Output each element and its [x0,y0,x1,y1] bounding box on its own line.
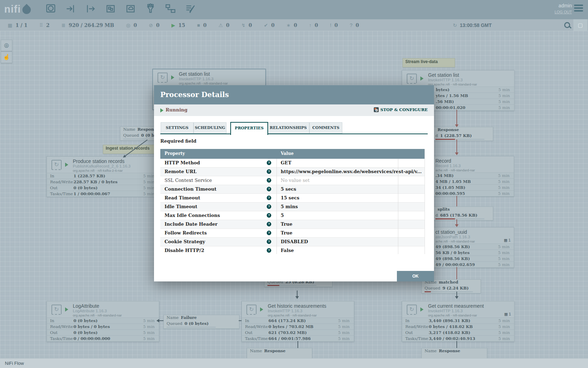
funnel-icon[interactable] [145,3,156,15]
ok-button[interactable]: OK [397,271,434,281]
property-name: Idle Timeout [164,204,197,209]
gear-icon: ⚙ [374,107,379,112]
processor-stat-row: Read/Write0 bytes / 0 bytes5 min [47,323,159,329]
connection-line[interactable] [159,320,163,321]
connection-line[interactable] [239,320,241,321]
processor-stat-row: 49 / 00:00:02.6595 min [432,261,514,267]
play-icon: ▶ [172,23,175,28]
queue-size-bar [425,291,473,292]
status-cluster-count: 1 / 1 [15,22,27,28]
connection-label-matched[interactable]: NamematchedQueued9 (2.24 KB) [421,279,481,293]
process-group-icon[interactable] [105,3,117,15]
processor-stat-row: 4 MB / 1.05 MB5 min [432,178,514,184]
tab-settings[interactable]: SETTINGS [161,122,194,134]
processor-logattribute[interactable]: ↻LogAttributeLogAttribute 1.16.3org.apac… [47,301,159,342]
connection-line[interactable] [456,110,457,125]
processor-get-historic-measurements[interactable]: ↻Get historic measurementsInvokeHTTP 1.1… [241,301,354,342]
property-value: DISABLED [281,239,308,244]
help-icon[interactable]: ? [267,231,271,235]
processor-stat-row: 00:00:00.5955 min [432,190,514,196]
processor-record[interactable]: RecordRecord 1.16.3ache.nifi - nifi-stan… [432,156,514,197]
property-row-connection-timeout: Connection Timeout?5 secs [160,185,425,194]
connection-label-failure[interactable]: NameFailureQueued0 (0 bytes) [163,315,239,329]
processor-icon[interactable] [45,3,57,15]
status-up-to-date-count: 0 [271,22,275,28]
tab-comments[interactable]: COMMENTS [309,122,342,134]
processor-type: InvokeHTTP 1.16.3 [428,78,463,82]
hand-drag-button[interactable]: ☝ [1,52,12,63]
processor-type: LogAttribute 1.16.3 [73,309,107,313]
processor-bundle: ache.nifi - nifi-standard-nar [435,239,475,243]
stop-and-configure-button[interactable]: ⚙STOP & CONFIGURE [374,107,428,112]
processor-bundle: org.apache.nifi - nifi-standard-nar [428,82,477,86]
help-icon[interactable]: ? [267,248,271,253]
app-header: nifi admin LOG OUT [0,0,588,19]
column-separator [398,159,398,254]
search-button[interactable] [563,21,572,30]
processor-stat-row: In1 (228.57 KB)5 min [47,173,159,179]
processor-stat-row: In664 (173.24 KB)5 min [242,318,354,323]
processor-icon: ↻ [51,305,62,315]
property-name: Max Idle Connections [164,213,220,218]
logout-link[interactable]: LOG OUT [554,10,572,14]
status-threads-count: 2 [46,22,50,28]
processor-extract-station-uuid[interactable]: ct station_uuidateJsonPath 1.16.3ache.ni… [432,227,514,268]
info-icon[interactable]: i [425,169,425,174]
output-port-icon[interactable] [85,3,97,15]
processor-get-current-measurement[interactable]: ↻Get current measurementInvokeHTTP 1.16.… [402,301,514,342]
help-icon[interactable]: ? [267,187,271,191]
processor-stat-row: 49 (898.56 KB)5 min [432,244,514,250]
circle-slash-icon: ⊘ [149,23,153,28]
processor-stat-row: Tasks/Time664 / 00:01:57.9865 min [242,335,354,341]
status-cluster: ▦1 / 1 [8,22,28,28]
status-running: ▶15 [172,22,185,28]
queue-size-bar [267,285,316,286]
navigate-button[interactable]: ◎ [1,40,12,51]
status-sync-failure: ?0 [350,22,359,28]
tab-relationships[interactable]: RELATIONSHIPS [267,122,309,134]
connection-line[interactable] [456,341,457,348]
help-icon[interactable]: ? [267,213,271,218]
connection-line[interactable] [456,139,457,154]
property-value: True [281,222,292,227]
breadcrumb[interactable]: NiFi Flow [5,361,24,366]
property-name: Include Date Header [164,222,217,227]
refresh-icon[interactable]: ↻ [453,23,457,28]
help-icon[interactable]: ? [267,178,271,183]
birdseye-toggle-button[interactable]: ▢ [573,19,587,31]
connection-line[interactable] [456,196,457,206]
flow-label-stream-live-data[interactable]: Stream live-data [402,58,455,67]
connection-arrow-icon [156,319,159,322]
label-icon[interactable] [184,3,196,15]
processor-produce-station-records[interactable]: ↻Produce station recordsPublishKafkaReco… [47,156,159,197]
tab-scheduling[interactable]: SCHEDULING [194,122,226,134]
connection-label-response-zero[interactable]: NameResponseQueued0 (0 bytes [120,127,155,141]
template-icon[interactable] [164,3,176,15]
help-icon[interactable]: ? [267,196,271,200]
input-port-icon[interactable] [65,3,77,15]
help-icon[interactable]: ? [267,161,271,165]
help-icon[interactable]: ? [267,239,271,244]
dialog-tabs: SETTINGSSCHEDULINGPROPERTIESRELATIONSHIP… [154,122,434,136]
connection-line[interactable] [298,341,298,348]
processor-stat-row: Out621 (703.02 MB)5 min [242,329,354,335]
processor-stat-row: Read/Write0 bytes / 703.02 MB5 min [242,323,354,329]
status-items: ▦1 / 1⠿2≣920 / 264.29 MB◎0⊘0▶15■0⚠0↯0✔0∗… [8,19,359,31]
processor-icon: ↻ [407,74,417,84]
property-row-cookie-strategy: Cookie Strategy?DISABLED [160,238,425,246]
global-menu-button[interactable] [574,5,583,12]
connection-label-response-one[interactable]: Responsed1 (228.57 KB) [432,127,493,141]
tab-properties[interactable]: PROPERTIES [230,122,268,135]
processor-stat-row: 49 (898.56 KB)5 min [432,255,514,261]
current-user: admin [554,3,572,8]
connection-label-splits[interactable]: splitsd685 (178.56 KB) [432,206,493,220]
status-locally-modified-stale: !0 [330,22,338,28]
processor-stat-row: Out3,217 (418.02 KB)5 min [402,329,514,335]
processor-name: Get station list [179,71,210,77]
help-icon[interactable]: ? [267,222,271,226]
remote-process-group-icon[interactable] [125,3,136,15]
connection-line[interactable] [456,267,457,279]
help-icon[interactable]: ? [267,204,271,209]
help-icon[interactable]: ? [267,169,271,174]
processor-stat-row: Tasks/Time1 / 00:00:00.0675 min [47,191,159,197]
